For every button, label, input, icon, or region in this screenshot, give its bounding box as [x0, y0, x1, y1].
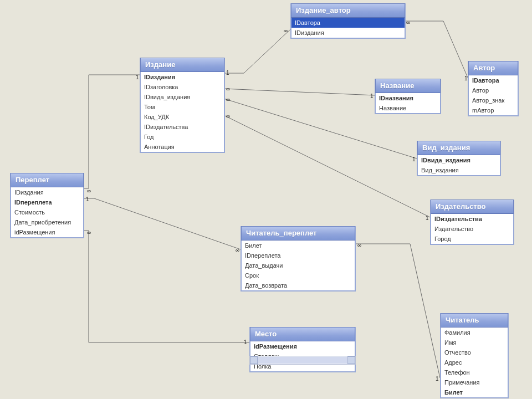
field-row[interactable]: idРазмещения	[250, 341, 355, 351]
cardinality-label: 1	[412, 156, 416, 162]
field-row[interactable]: Том	[141, 102, 224, 112]
table-body: IDназвания Название	[375, 93, 441, 114]
table-body: Билет IDпереплета Дата_выдачи Срок Дата_…	[241, 241, 355, 291]
table-header: Автор	[468, 61, 518, 75]
table-header: Вид_издания	[417, 141, 500, 155]
table-header: Название	[375, 79, 441, 93]
table-mesto[interactable]: Место idРазмещения Стеллаж Полка	[249, 327, 356, 372]
field-row[interactable]: Билет	[441, 387, 508, 397]
field-row[interactable]: Дата_возврата	[242, 280, 355, 290]
scroll-left-button[interactable]	[250, 356, 258, 364]
field-row[interactable]: Примечания	[441, 377, 508, 387]
horizontal-scrollbar[interactable]	[249, 356, 356, 365]
table-izdanie-avtor[interactable]: Издание_автор IDавтора IDиздания	[290, 3, 406, 39]
field-row[interactable]: Код_УДК	[141, 112, 224, 122]
table-body: IDавтора IDиздания	[291, 18, 405, 38]
field-row[interactable]: IDназвания	[376, 93, 440, 103]
field-row[interactable]: mАвтор	[469, 105, 518, 115]
field-row[interactable]: Город	[431, 234, 513, 244]
scroll-thumb[interactable]	[258, 357, 347, 364]
table-izdanie[interactable]: Издание IDиздания IDзаголовка IDвида_изд…	[140, 58, 225, 153]
table-body: IDавтора Автор Автор_знак mАвтор	[468, 75, 518, 116]
table-nazvanie[interactable]: Название IDназвания Название	[375, 79, 441, 114]
field-row[interactable]: Фамилия	[441, 328, 508, 337]
table-chitatel[interactable]: Читатель Фамилия Имя Отчество Адрес Теле…	[440, 313, 509, 398]
field-row[interactable]: IDвида_издания	[141, 92, 224, 102]
field-row[interactable]: Название	[376, 103, 440, 113]
cardinality-label: 1	[464, 75, 468, 81]
table-avtor[interactable]: Автор IDавтора Автор Автор_знак mАвтор	[468, 61, 519, 116]
field-row[interactable]: Аннотация	[141, 142, 224, 152]
table-pereplet[interactable]: Переплет IDиздания IDпереплета Стоимость…	[10, 173, 84, 238]
field-row[interactable]: Стоимость	[11, 207, 83, 217]
field-row[interactable]: Автор_знак	[469, 95, 518, 105]
field-row[interactable]: Дата_приобретения	[11, 217, 83, 227]
cardinality-label: 1	[244, 339, 247, 345]
field-row[interactable]: Отчество	[441, 347, 508, 357]
cardinality-label: ∞	[406, 19, 410, 25]
field-row[interactable]: IDиздания	[291, 28, 405, 38]
field-row[interactable]: Вид_издания	[418, 165, 500, 175]
field-row[interactable]: IDиздания	[141, 72, 224, 82]
field-row[interactable]: IDвида_издания	[418, 155, 500, 165]
table-body: IDвида_издания Вид_издания	[417, 155, 500, 176]
field-row[interactable]: IDавтора	[469, 75, 518, 85]
table-body: IDиздательства Издательство Город	[431, 214, 514, 244]
table-body: Фамилия Имя Отчество Адрес Телефон Приме…	[441, 328, 508, 398]
cardinality-label: ∞	[284, 28, 288, 34]
table-header: Место	[250, 327, 355, 341]
field-row[interactable]: Адрес	[441, 357, 508, 367]
cardinality-label: ∞	[226, 96, 230, 103]
field-row[interactable]: Дата_выдачи	[242, 260, 355, 270]
field-row[interactable]: IDавтора	[291, 18, 405, 28]
field-row[interactable]: IDпереплета	[11, 197, 83, 207]
field-row[interactable]: IDиздания	[11, 187, 83, 197]
table-chitatel-pereplet[interactable]: Читатель_переплет Билет IDпереплета Дата…	[241, 226, 356, 291]
cardinality-label: 1	[86, 196, 89, 202]
table-body: IDиздания IDпереплета Стоимость Дата_при…	[11, 187, 84, 238]
cardinality-label: ∞	[226, 86, 230, 92]
field-row[interactable]: IDзаголовка	[141, 82, 224, 92]
scroll-right-button[interactable]	[347, 356, 355, 364]
field-row[interactable]: Срок	[242, 270, 355, 280]
cardinality-label: 1	[370, 93, 374, 99]
field-row[interactable]: Издательство	[431, 224, 513, 234]
cardinality-label: ∞	[226, 113, 230, 119]
table-vid-izdaniya[interactable]: Вид_издания IDвида_издания Вид_издания	[417, 141, 501, 176]
cardinality-label: 1	[136, 74, 139, 80]
field-row[interactable]: idРазмещения	[11, 227, 83, 237]
field-row[interactable]: IDпереплета	[242, 250, 355, 260]
field-row[interactable]: Имя	[441, 337, 508, 347]
cardinality-label: 1	[226, 70, 229, 76]
cardinality-label: ∞	[87, 188, 91, 194]
table-header: Издательство	[431, 200, 514, 214]
cardinality-label: ∞	[357, 242, 361, 248]
field-row[interactable]: IDиздательства	[431, 214, 513, 224]
cardinality-label: 1	[426, 215, 429, 221]
field-row[interactable]: Автор	[469, 85, 518, 95]
table-header: Читатель_переплет	[241, 226, 355, 241]
table-izdatelstvo[interactable]: Издательство IDиздательства Издательство…	[430, 200, 514, 245]
cardinality-label: ∞	[87, 229, 91, 236]
cardinality-label: ∞	[236, 247, 239, 253]
table-header: Переплет	[11, 173, 84, 187]
field-row[interactable]: Телефон	[441, 367, 508, 377]
field-row[interactable]: Билет	[242, 241, 355, 250]
table-header: Читатель	[441, 313, 508, 328]
table-header: Издание	[140, 58, 224, 72]
field-row[interactable]: Год	[141, 132, 224, 142]
table-body: IDиздания IDзаголовка IDвида_издания Том…	[140, 72, 224, 152]
cardinality-label: 1	[436, 376, 439, 382]
field-row[interactable]: IDиздательства	[141, 122, 224, 132]
table-header: Издание_автор	[291, 3, 405, 18]
